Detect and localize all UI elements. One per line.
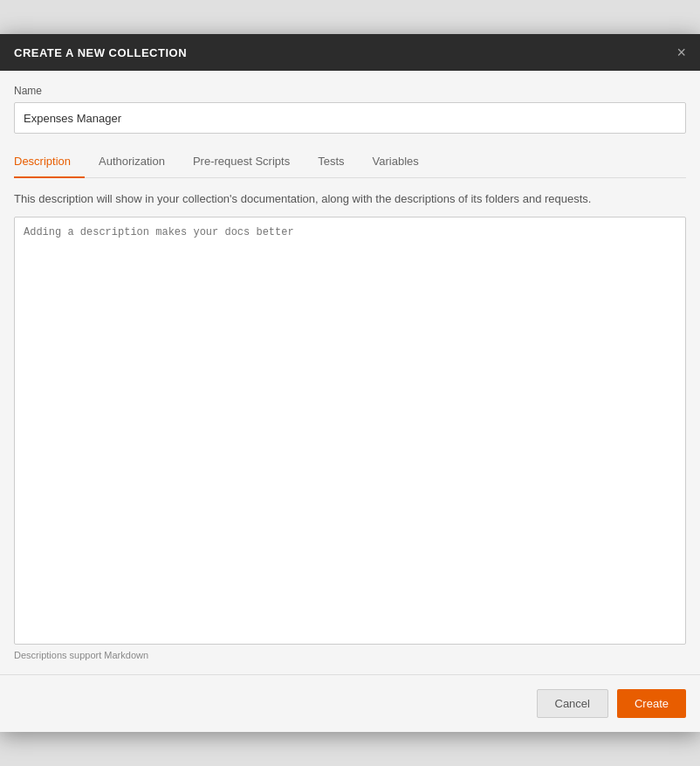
tab-pre-request-scripts[interactable]: Pre-request Scripts [179, 146, 304, 178]
tab-tests[interactable]: Tests [304, 146, 358, 178]
create-collection-modal: CREATE A NEW COLLECTION × Name Descripti… [0, 34, 700, 732]
modal-footer: Cancel Create [0, 674, 700, 732]
description-info-text: This description will show in your colle… [14, 190, 686, 208]
tab-authorization[interactable]: Authorization [85, 146, 179, 178]
modal-title: CREATE A NEW COLLECTION [14, 46, 187, 59]
tab-variables[interactable]: Variables [359, 146, 433, 178]
markdown-note: Descriptions support Markdown [14, 650, 686, 660]
modal-body: Name Description Authorization Pre-reque… [0, 71, 700, 674]
tab-description[interactable]: Description [14, 146, 85, 178]
modal-header: CREATE A NEW COLLECTION × [0, 34, 700, 71]
create-button[interactable]: Create [617, 689, 686, 718]
name-label: Name [14, 85, 686, 97]
name-field-container: Name [14, 85, 686, 134]
close-button[interactable]: × [676, 45, 686, 60]
name-input[interactable] [14, 102, 686, 134]
cancel-button[interactable]: Cancel [537, 689, 608, 718]
tabs-container: Description Authorization Pre-request Sc… [14, 146, 686, 178]
description-textarea[interactable] [14, 217, 686, 645]
